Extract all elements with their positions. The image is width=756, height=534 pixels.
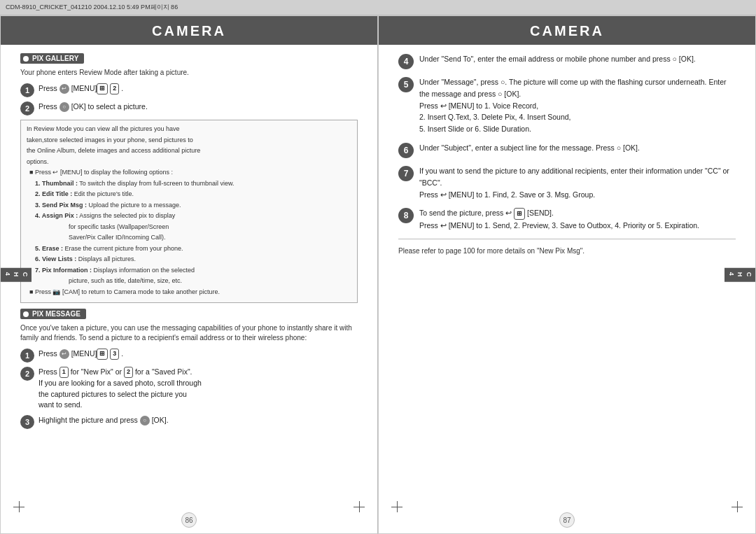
pix-message-heading: PIX MESSAGE [20,309,86,319]
right-page: C H 4 CAMERA 4 Under "Send To", enter th… [378,15,756,534]
step-7-circle: 7 [398,166,414,181]
left-page-number: 86 [181,512,197,528]
step-pm-2-text: Press 1 for "New Pix" or 2 for a "Saved … [38,367,358,411]
info-bullet-1: ■ Press ↩ [MENU] to display the followin… [29,168,351,178]
step-pm-2-circle: 2 [20,367,34,381]
step-pm-2: 2 Press 1 for "New Pix" or 2 for a "Save… [20,367,358,411]
step-6: 6 Under "Subject", enter a subject line … [398,142,736,158]
menu-icon: ↩ [59,84,69,94]
info-line-4: options. [27,157,351,167]
crosshair-r-br [732,501,743,512]
menu-icon-5: ↩ [440,101,447,110]
step-8: 8 To send the picture, press ↩ ⊞ [SEND].… [398,207,736,231]
info-item-2: 2. Edit Title : Edit the picture's title… [35,190,351,199]
msg-icon: ○ [500,78,505,86]
step-4-text: Under "Send To", enter the email address… [419,53,736,65]
right-page-number: 87 [559,512,575,528]
right-steps: 4 Under "Send To", enter the email addre… [398,53,736,256]
heading-bullet-2 [23,311,29,317]
step-5-circle: 5 [398,77,414,92]
step-1-circle: 1 [20,83,34,97]
page-container: CDM-8910_CRICKET_041210 2004.12.10 5:49 … [0,0,756,534]
step-6-circle: 6 [398,143,414,158]
crosshair-r-tr [732,29,743,40]
crosshair-tl [13,29,24,40]
ok-icon-3: ○ [140,416,150,426]
pix-gallery-heading: PIX GALLERY [20,53,84,64]
crosshair-r-tl [391,29,402,40]
info-line-1: In Review Mode you can view all the pict… [27,125,351,134]
info-item-1: 1. Thumbnail : To switch the display fro… [35,179,351,189]
pix-gallery-intro: Your phone enters Review Mode after taki… [20,68,358,78]
step-4: 4 Under "Send To", enter the email addre… [398,53,736,69]
divider [398,239,736,239]
step-2: 2 Press ○ [OK] to select a picture. [20,101,358,115]
step-5: 5 Under "Message", press ○. The picture … [398,76,736,135]
pix-message-intro: Once you've taken a picture, you can use… [20,323,358,343]
step-8-text: To send the picture, press ↩ ⊞ [SEND]. P… [419,207,736,231]
step-4-circle: 4 [398,54,414,69]
crosshair-tr [354,29,365,40]
key-saved-pix: 2 [124,367,133,378]
step-pm-1-circle: 1 [20,349,34,363]
top-bar-text: CDM-8910_CRICKET_041210 2004.12.10 5:49 … [6,3,178,12]
step-7-text: If you want to send the picture to any a… [419,165,736,200]
info-item-7: 7. Pix Information : Displays informatio… [35,266,351,276]
step-5-text: Under "Message", press ○. The picture wi… [419,76,736,135]
ok-icon-4: ○ [673,55,677,63]
pages-wrapper: C H 4 CAMERA PIX GALLERY Your phone ente… [0,15,756,534]
step-pm-3-text: Highlight the picture and press ○ [OK]. [38,415,358,426]
top-bar: CDM-8910_CRICKET_041210 2004.12.10 5:49 … [0,0,756,15]
pix-gallery-section: PIX GALLERY Your phone enters Review Mod… [20,53,358,303]
info-bullet-2: ■ Press 📷 [CAM] to return to Camera mode… [29,288,351,297]
left-side-tab: C H 4 [1,267,31,282]
info-item-4: 4. Assign Pix : Assigns the selected pix… [35,211,351,221]
key-new-pix: 1 [59,367,69,378]
step-pm-3: 3 Highlight the picture and press ○ [OK]… [20,415,358,429]
heading-bullet [23,56,29,62]
step-6-text: Under "Subject", enter a subject line fo… [419,142,736,154]
info-item-5: 5. Erase : Erase the current picture fro… [35,244,351,254]
right-camera-header: CAMERA [379,16,755,45]
ok-icon-2: ○ [59,102,69,112]
pix-message-section: PIX MESSAGE Once you've taken a picture,… [20,309,358,429]
footer-text: Please refer to page 100 for more detail… [398,246,736,256]
step-pm-3-circle: 3 [20,415,34,429]
crosshair-r-bl [391,501,402,512]
step-1-text: Press ↩ [MENU]⊞ 2 . [38,83,358,94]
key-box-1: ⊞ [97,83,108,94]
step-7: 7 If you want to send the picture to any… [398,165,736,200]
step-pm-1: 1 Press ↩ [MENU]⊞ 3 . [20,349,358,363]
left-page: C H 4 CAMERA PIX GALLERY Your phone ente… [0,15,378,534]
key-box-4: 3 [110,349,119,360]
left-camera-header: CAMERA [1,16,377,45]
key-box-2: 2 [110,83,119,94]
info-item-4c: Saver/Pix Caller ID/Incoming Call). [69,233,351,243]
ok-icon-6: ○ [617,143,621,152]
menu-icon-2: ↩ [52,169,58,176]
crosshair-bl [13,501,24,512]
send-icon: ↩ [505,209,512,217]
step-2-text: Press ○ [OK] to select a picture. [38,101,358,113]
step-pm-1-text: Press ↩ [MENU]⊞ 3 . [38,349,358,360]
crosshair-br [354,501,365,512]
key-send: ⊞ [514,208,525,219]
info-line-2: taken,store selected images in your phon… [27,136,351,146]
menu-icon-3: ↩ [59,349,69,359]
menu-icon-8: ↩ [440,221,447,230]
key-box-3: ⊞ [97,349,108,360]
info-line-3: the Online Album, delete images and acce… [27,146,351,156]
menu-icon-7: ↩ [440,190,447,199]
ok-icon-5: ○ [498,90,502,98]
step-1: 1 Press ↩ [MENU]⊞ 2 . [20,83,358,97]
info-item-3: 3. Send Pix Msg : Upload the picture to … [35,201,351,211]
info-item-6: 6. View Lists : Displays all pictures. [35,255,351,265]
info-box: In Review Mode you can view all the pict… [20,120,358,303]
step-8-circle: 8 [398,208,414,223]
info-item-4b: for specific tasks (Wallpaper/Screen [69,223,351,232]
step-2-circle: 2 [20,101,34,115]
right-side-tab: C H 4 [724,267,755,282]
info-item-7b: picture, such as title, date/time, size,… [69,276,351,286]
cam-icon: 📷 [52,288,60,295]
